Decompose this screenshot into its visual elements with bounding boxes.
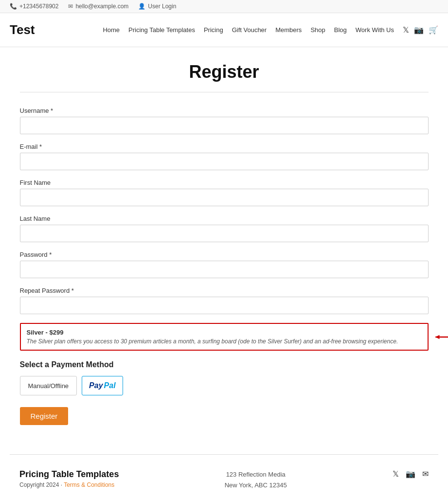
register-form: Username * E-mail * First Name Last Name… [20, 107, 429, 425]
firstname-label: First Name [20, 179, 429, 186]
twitter-icon[interactable]: 𝕏 [403, 25, 409, 35]
lastname-group: Last Name [20, 215, 429, 242]
nav-pricing-table-templates[interactable]: Pricing Table Templates [128, 26, 195, 34]
site-header: Test Home Pricing Table Templates Pricin… [0, 13, 448, 47]
footer-instagram-icon[interactable]: 📷 [406, 469, 415, 479]
repeat-password-group: Repeat Password * [20, 287, 429, 314]
repeat-password-label: Repeat Password * [20, 287, 429, 294]
email-input[interactable] [20, 153, 429, 170]
payment-methods: Manual/Offline PayPal [20, 376, 429, 395]
manual-offline-label: Manual/Offline [28, 382, 69, 390]
plan-wrapper: Silver - $299 The Silver plan offers you… [20, 323, 429, 351]
site-footer: Pricing Table Templates Copyright 2024 ·… [0, 455, 448, 498]
nav-blog[interactable]: Blog [334, 26, 347, 34]
footer-copyright: Copyright 2024 · Terms & Conditions [19, 481, 119, 488]
title-divider [20, 92, 429, 92]
footer-left: Pricing Table Templates Copyright 2024 ·… [19, 469, 119, 488]
paypal-button[interactable]: PayPal [82, 376, 123, 395]
svg-marker-1 [435, 335, 439, 338]
password-input[interactable] [20, 261, 429, 278]
page-title: Register [20, 62, 429, 82]
plan-title: Silver - $299 [27, 329, 422, 336]
register-button[interactable]: Register [20, 407, 69, 425]
email-item: ✉ hello@example.com [68, 3, 128, 10]
lastname-input[interactable] [20, 225, 429, 242]
nav-gift-voucher[interactable]: Gift Voucher [232, 26, 267, 34]
nav-home[interactable]: Home [103, 26, 120, 34]
footer-address-line2: New York, ABC 12345 [225, 480, 287, 491]
social-nav-icons: 𝕏 📷 🛒 [403, 25, 438, 35]
firstname-input[interactable] [20, 189, 429, 206]
password-label: Password * [20, 251, 429, 258]
email-group: E-mail * [20, 143, 429, 170]
footer-email-icon[interactable]: ✉ [422, 469, 429, 479]
user-login-item[interactable]: 👤 User Login [138, 3, 176, 10]
email-label: E-mail * [20, 143, 429, 150]
footer-address-line1: 123 Reflection Media [225, 469, 287, 480]
arrow-indicator [433, 332, 448, 342]
repeat-password-input[interactable] [20, 297, 429, 314]
instagram-icon[interactable]: 📷 [414, 25, 424, 35]
user-login-link[interactable]: User Login [148, 3, 176, 10]
main-content: Register Username * E-mail * First Name … [10, 47, 438, 454]
arrow-svg [433, 332, 448, 342]
main-nav: Home Pricing Table Templates Pricing Gif… [103, 25, 438, 35]
plan-description: The Silver plan offers you access to 30 … [27, 338, 422, 345]
username-label: Username * [20, 107, 429, 114]
footer-brand: Pricing Table Templates [19, 469, 119, 480]
username-input[interactable] [20, 117, 429, 134]
password-group: Password * [20, 251, 429, 278]
cart-icon[interactable]: 🛒 [429, 25, 438, 35]
footer-address: 123 Reflection Media New York, ABC 12345 [225, 469, 287, 491]
phone-item: 📞 +12345678902 [10, 3, 58, 10]
plan-box: Silver - $299 The Silver plan offers you… [20, 323, 429, 351]
user-icon: 👤 [138, 3, 145, 10]
site-logo[interactable]: Test [10, 22, 35, 37]
terms-link[interactable]: Terms & Conditions [64, 481, 114, 488]
paypal-p-blue: Pay [89, 381, 103, 390]
copyright-text: Copyright 2024 · [19, 481, 62, 488]
email-icon: ✉ [68, 3, 73, 10]
nav-shop[interactable]: Shop [310, 26, 325, 34]
payment-section-title: Select a Payment Method [20, 360, 429, 369]
footer-social-icons: 𝕏 📷 ✉ [393, 469, 429, 479]
nav-work-with-us[interactable]: Work With Us [356, 26, 394, 34]
phone-number: +12345678902 [19, 3, 58, 10]
nav-members[interactable]: Members [275, 26, 302, 34]
paypal-logo: PayPal [89, 381, 115, 390]
paypal-pal-light: Pal [104, 381, 116, 390]
nav-pricing[interactable]: Pricing [204, 26, 223, 34]
footer-twitter-icon[interactable]: 𝕏 [393, 469, 399, 479]
username-group: Username * [20, 107, 429, 134]
top-bar: 📞 +12345678902 ✉ hello@example.com 👤 Use… [0, 0, 448, 13]
email-link[interactable]: hello@example.com [75, 3, 128, 10]
lastname-label: Last Name [20, 215, 429, 222]
phone-icon: 📞 [10, 3, 17, 10]
manual-offline-button[interactable]: Manual/Offline [20, 376, 77, 395]
firstname-group: First Name [20, 179, 429, 206]
